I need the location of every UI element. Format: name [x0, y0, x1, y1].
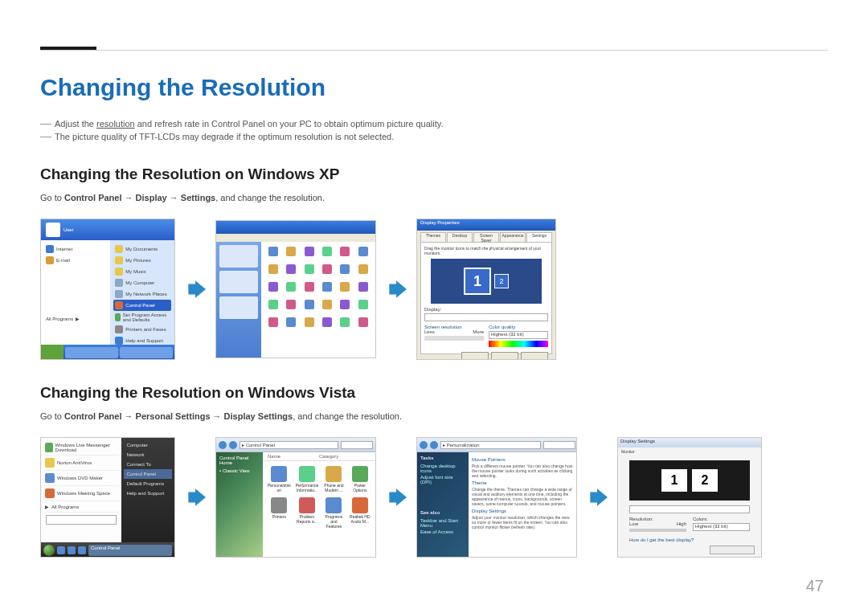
start-item-email[interactable]: E-mail: [44, 255, 107, 266]
link-display-settings[interactable]: Display Settings: [472, 509, 573, 513]
seealso-link[interactable]: Ease of Access: [420, 529, 465, 534]
tab-settings[interactable]: Settings: [526, 232, 552, 242]
start-item[interactable]: Help and Support: [113, 335, 171, 346]
sidebar-link[interactable]: Control Panel Home: [219, 456, 260, 465]
start-button[interactable]: [41, 345, 63, 360]
tab-themes[interactable]: Themes: [420, 232, 446, 242]
start-item[interactable]: Default Programs: [124, 479, 172, 488]
start-orb[interactable]: [43, 545, 55, 556]
forward-button[interactable]: [430, 441, 438, 449]
monitor-1[interactable]: 1: [464, 268, 491, 295]
color-quality-dropdown[interactable]: Highest (32 bit): [489, 331, 548, 339]
cp-item[interactable]: Performance Informatio...: [296, 466, 319, 492]
start-all-programs[interactable]: ▶ All Programs: [43, 501, 119, 513]
tab-screensaver[interactable]: Screen Saver: [473, 232, 499, 242]
cp-item-personalization[interactable]: Personalizati on: [268, 466, 291, 492]
start-item[interactable]: Connect To: [124, 460, 172, 469]
start-item-control-panel[interactable]: Control Panel: [124, 469, 172, 479]
cp-icon[interactable]: [266, 300, 280, 314]
cp-icon[interactable]: [320, 247, 334, 261]
cp-icon[interactable]: [356, 264, 371, 279]
cp-icon[interactable]: [284, 317, 298, 332]
cp-icon[interactable]: [302, 247, 317, 261]
forward-button[interactable]: [229, 441, 237, 449]
colors-dropdown[interactable]: Highest (32 bit): [693, 523, 750, 531]
taskbar-item[interactable]: [65, 347, 118, 358]
tab-desktop[interactable]: Desktop: [447, 232, 473, 242]
identify-button[interactable]: [461, 352, 489, 360]
cp-icon[interactable]: [284, 282, 298, 296]
start-item[interactable]: My Network Places: [113, 288, 171, 300]
monitor-1[interactable]: 1: [661, 469, 687, 492]
address-bar[interactable]: ▸ Control Panel: [240, 441, 338, 449]
back-button[interactable]: [420, 441, 428, 449]
cp-icon[interactable]: [338, 247, 352, 261]
cp-icon[interactable]: [338, 282, 352, 296]
start-item[interactable]: Printers and Faxes: [113, 324, 171, 335]
cp-icon[interactable]: [356, 300, 371, 314]
start-item[interactable]: My Documents: [113, 243, 171, 255]
taskbar-item[interactable]: [120, 347, 173, 358]
start-item[interactable]: Help and Support: [124, 488, 172, 498]
back-button[interactable]: [219, 441, 227, 449]
cp-icon[interactable]: [266, 282, 280, 296]
resolution-slider[interactable]: [424, 336, 484, 341]
start-item[interactable]: Windows Meeting Space: [43, 486, 119, 501]
cp-icon[interactable]: [338, 317, 352, 332]
cp-item[interactable]: Programs and Features: [323, 497, 344, 529]
monitor-2[interactable]: 2: [494, 274, 509, 288]
resolution-slider[interactable]: [629, 529, 686, 532]
cp-icon[interactable]: [320, 264, 334, 279]
start-item[interactable]: Norton AntiVirus: [43, 456, 119, 471]
link-mouse-pointers[interactable]: Mouse Pointers: [472, 457, 573, 462]
start-item[interactable]: Computer: [124, 440, 172, 450]
start-item[interactable]: My Pictures: [113, 255, 171, 266]
start-item[interactable]: Network: [124, 450, 172, 460]
start-item[interactable]: Windows DVD Maker: [43, 471, 119, 486]
task-link[interactable]: Change desktop icons: [420, 464, 465, 473]
advanced-settings-button[interactable]: [710, 546, 755, 554]
cp-icon[interactable]: [320, 282, 334, 296]
start-item[interactable]: Set Program Access and Defaults: [113, 311, 171, 324]
cp-icon[interactable]: [356, 282, 371, 296]
cp-icon[interactable]: [284, 264, 298, 279]
cp-icon[interactable]: [302, 300, 317, 314]
display-dropdown[interactable]: [424, 313, 548, 321]
seealso-link[interactable]: Taskbar and Start Menu: [420, 518, 465, 528]
cp-icon[interactable]: [320, 300, 334, 314]
task-link[interactable]: Adjust font size (DPI): [420, 475, 465, 484]
quick-launch-item[interactable]: [57, 546, 65, 554]
cp-icon[interactable]: [302, 264, 317, 279]
taskbar-item[interactable]: Control Panel: [88, 545, 172, 556]
tab-appearance[interactable]: Appearance: [500, 232, 526, 242]
search-input[interactable]: [341, 441, 373, 449]
cp-icon[interactable]: [266, 317, 280, 332]
address-bar[interactable]: ▸ Personalization: [440, 441, 541, 449]
cp-item[interactable]: Problem Reports a...: [296, 497, 319, 529]
search-input[interactable]: [46, 515, 117, 525]
advanced-button[interactable]: [521, 352, 548, 360]
cp-icon[interactable]: [266, 247, 280, 261]
cp-item[interactable]: Realtek HD Audio M...: [350, 497, 371, 529]
start-item-internet[interactable]: Internet: [44, 243, 107, 255]
cp-icon[interactable]: [302, 282, 317, 296]
start-all-programs[interactable]: All Programs ▶: [44, 314, 107, 323]
cp-item[interactable]: Power Options: [350, 466, 371, 492]
display-dropdown[interactable]: [629, 505, 750, 513]
start-item-control-panel[interactable]: Control Panel: [113, 300, 171, 311]
cp-icon[interactable]: [284, 300, 298, 314]
cp-item[interactable]: Printers: [268, 497, 291, 529]
quick-launch-item[interactable]: [78, 546, 86, 554]
monitor-2[interactable]: 2: [692, 469, 718, 492]
start-item[interactable]: My Music: [113, 266, 171, 277]
cp-icon[interactable]: [338, 264, 352, 279]
cp-item[interactable]: Phone and Modem ...: [323, 466, 344, 492]
search-input[interactable]: [543, 441, 575, 449]
help-link[interactable]: How do I get the best display?: [629, 537, 750, 542]
link-theme[interactable]: Theme: [472, 480, 573, 485]
cp-icon[interactable]: [302, 317, 317, 332]
cp-icon[interactable]: [266, 264, 280, 279]
sidebar-link[interactable]: • Classic View: [219, 468, 260, 473]
cp-icon[interactable]: [320, 317, 334, 332]
start-item[interactable]: Windows Live Messenger Download: [43, 440, 119, 456]
